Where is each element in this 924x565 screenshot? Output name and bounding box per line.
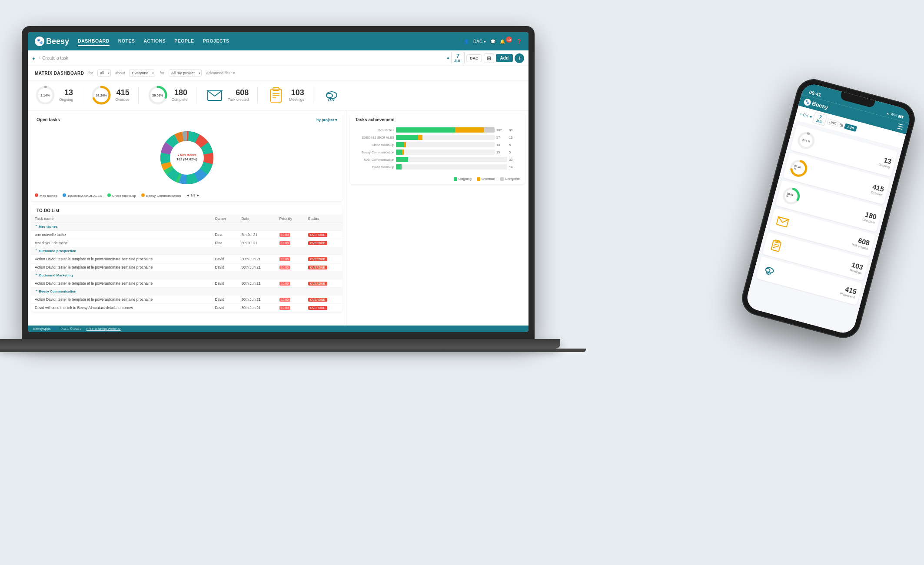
open-tasks-link[interactable]: by project ▾ [316,118,337,122]
task-priority: 10.00 [276,255,305,263]
status-badge: OVERDUE [308,298,328,302]
phone-clipboard-icon [767,236,786,256]
phone-kpi-complete-circle: 29.61 % [780,184,803,208]
task-status: OVERDUE [305,255,342,263]
bar-chart-area: Mes tâches 167 80 [350,124,525,175]
table-row: Action David: tester le template et le p… [31,263,342,272]
bar-num: 15 [496,150,507,154]
phone-content: 2.14 % 13 Ongoing 68.26 % [745,120,902,336]
kpi-task-created-num: 608 [228,89,249,96]
priority-badge: 10.00 [279,298,291,302]
bar-num-2: 80 [509,128,520,132]
nav-notes[interactable]: NOTES [118,37,135,46]
filter-project-wrapper[interactable]: All my project [169,70,202,76]
status-badge: OVERDUE [308,282,328,286]
laptop-foot [0,349,586,352]
bar-track [396,135,495,140]
status-badge: OVERDUE [308,233,328,237]
filter-for-wrapper[interactable]: all [97,70,111,76]
bell-icon[interactable]: 🔔 [500,39,505,44]
tasks-achievement-header: Tasks achievement [350,114,525,124]
status-badge: OVERDUE [308,266,328,269]
nav-projects[interactable]: PROJECTS [203,37,229,46]
kpi-ongoing-pct: 2.14% [40,93,50,97]
phone-grid-icon[interactable]: ⊞ [839,122,844,128]
phone-add-button[interactable]: Add [844,123,857,132]
footer-link[interactable]: Free Training Webinar [86,327,121,331]
bar-track [396,157,507,162]
nav-people[interactable]: PEOPLE [174,37,194,46]
filter-about-select[interactable]: Everyone [129,70,155,76]
about-label: about [115,71,125,75]
task-priority: 10.00 [276,263,305,272]
legend-chloe: Chloe follow-up [107,193,136,198]
add-button[interactable]: Add [496,54,513,62]
kpi-divider-2 [138,86,139,104]
group-label-outbound: ⌃ Outbound prospection [31,247,342,255]
footer-brand: BeesyApps 🐾 [33,327,56,331]
filter-about-wrapper[interactable]: Everyone [129,70,155,76]
kpi-complete-num: 180 [172,89,187,96]
svg-line-49 [770,273,771,275]
status-badge: OVERDUE [308,257,328,261]
priority-badge: 10.00 [279,306,291,310]
filter-project-select[interactable]: All my project [169,70,202,76]
task-date: 6th Jul 21 [238,239,276,247]
legend-overdue: Overdue [477,177,495,181]
kpi-overdue-info: 415 Overdue [115,89,130,102]
help-icon[interactable]: ❓ [516,39,522,44]
task-input[interactable] [39,56,443,60]
svg-line-43 [773,247,776,248]
table-row: Action David: tester le template et le p… [31,279,342,288]
kpi-weather [322,86,341,105]
group-outbound-prospection: ⌃ Outbound prospection [31,247,342,255]
bar-label: 15000482-SKDI-ALES [355,136,394,140]
panels: Open tasks by project ▾ [28,110,528,326]
phone-menu-icon[interactable]: ☰ [896,122,904,132]
create-task-icon: ● [32,56,35,61]
advanced-filter[interactable]: Advanced filter ▾ [206,71,236,75]
kpi-cloud-icon [322,86,341,105]
dac-button[interactable]: DAC [466,54,482,62]
nav-actions[interactable]: ACTIONS [143,37,166,46]
col-date: Date [238,215,276,223]
bar-row-beesy: Beesy Communication 15 5 [355,150,520,155]
user-name[interactable]: DAC ▾ [473,39,486,44]
svg-line-18 [333,99,334,101]
legend-nav: ◄ 1/8 ► [186,193,199,198]
nav-dashboard[interactable]: DASHBOARD [78,37,110,46]
todo-table: Task name Owner Date Priority Status [31,215,342,312]
chat-icon[interactable]: 💬 [490,39,495,44]
footer-version: 7.2.1 © 2021 [61,327,81,331]
bar-num-2: 5 [509,143,520,147]
kpi-overdue: 68.26% 415 Overdue [91,85,130,106]
phone-dac-label[interactable]: DAC [827,118,839,126]
svg-line-15 [328,99,329,101]
open-tasks-title: Open tasks [37,117,60,122]
kpi-complete-pct: 29.61% [152,93,163,97]
advanced-filter-label: Advanced filter [206,71,232,75]
task-owner: David [211,279,238,288]
grid-icon-button[interactable]: ⊞ [484,53,494,63]
bar-ongoing [396,127,455,133]
phone-screen: 09:41 ▲ WiFi ▮▮▮ 🐾 Beesy ☰ + Cr/ ● 7 JUL [745,82,912,336]
legend-mes-taches: Mes tâches [35,193,57,198]
kpi-strip: 2.14% 13 Ongoing [28,80,528,110]
bar-ongoing [396,164,402,170]
task-owner: David [211,263,238,272]
logo-text: Beesy [46,37,69,46]
plus-button[interactable]: + [515,53,524,63]
kpi-ongoing: 2.14% 13 Ongoing [35,85,73,106]
scene: 🐾 Beesy DASHBOARD NOTES ACTIONS PEOPLE P… [0,0,924,565]
svg-point-14 [326,93,332,98]
toolbar-right: ● 7 JUL DAC ⊞ Add + [447,52,524,64]
bar-track [396,142,495,147]
filter-for-select[interactable]: all [97,70,111,76]
notif-badge: 10 [506,37,512,43]
laptop-screen: 🐾 Beesy DASHBOARD NOTES ACTIONS PEOPLE P… [28,32,528,332]
kpi-complete-label: Complete [172,97,187,102]
phone-logo-icon: 🐾 [803,98,812,106]
right-panel: Tasks achievement Mes tâches [346,110,528,326]
bar-row-005: 005- Communication 30 [355,157,520,162]
task-status: OVERDUE [305,239,342,247]
